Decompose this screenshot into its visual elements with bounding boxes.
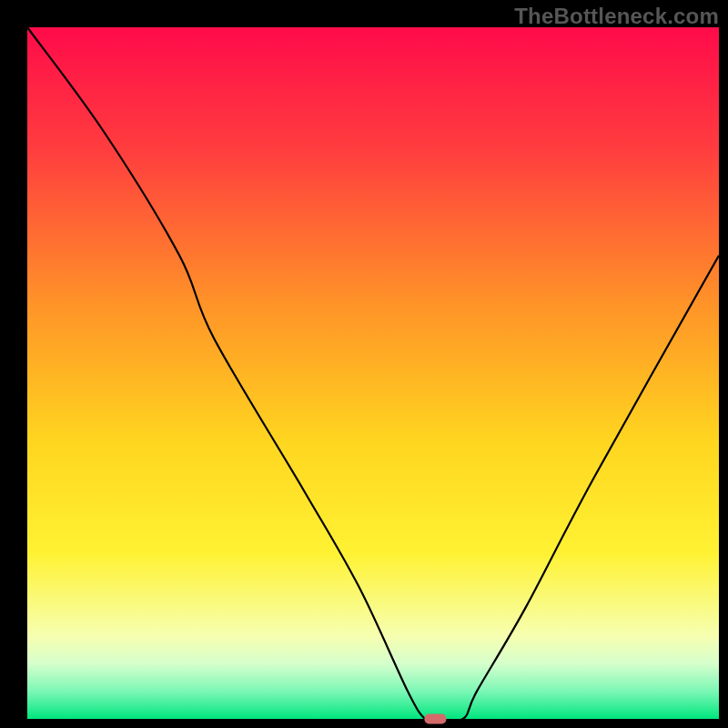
chart-frame: { "watermark": "TheBottleneck.com", "cha… — [0, 0, 728, 728]
watermark-text: TheBottleneck.com — [514, 4, 719, 29]
bottleneck-chart — [0, 0, 728, 728]
optimal-marker — [424, 714, 446, 724]
